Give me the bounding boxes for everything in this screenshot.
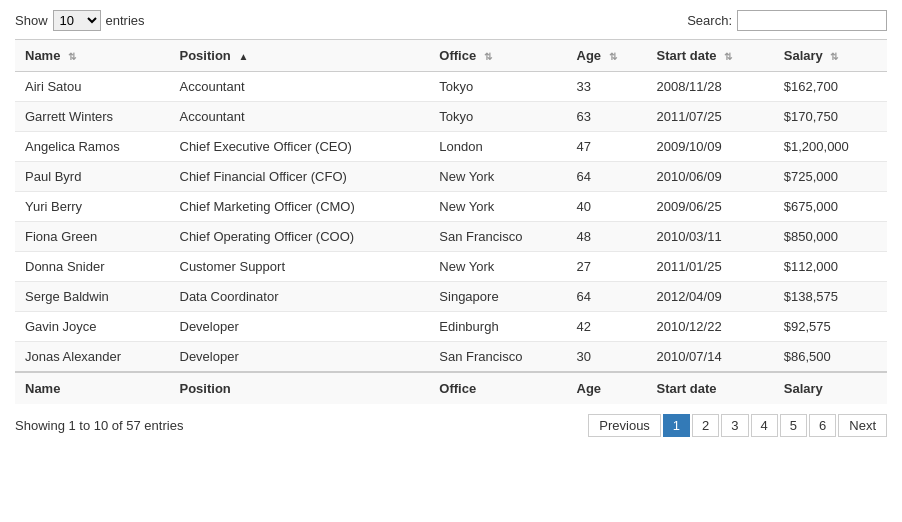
cell-position: Developer: [170, 312, 430, 342]
pagination-info: Showing 1 to 10 of 57 entries: [15, 418, 183, 433]
table-row: Gavin JoyceDeveloperEdinburgh422010/12/2…: [15, 312, 887, 342]
cell-office: New York: [429, 192, 566, 222]
prev-button[interactable]: Previous: [588, 414, 661, 437]
cell-start_date: 2010/03/11: [647, 222, 774, 252]
footer-col-startdate: Start date: [647, 372, 774, 404]
header-row: Name Position Office Age Start date Sala…: [15, 40, 887, 72]
cell-start_date: 2011/07/25: [647, 102, 774, 132]
cell-office: San Francisco: [429, 342, 566, 373]
cell-position: Developer: [170, 342, 430, 373]
footer-col-position: Position: [170, 372, 430, 404]
cell-name: Serge Baldwin: [15, 282, 170, 312]
table-row: Yuri BerryChief Marketing Officer (CMO)N…: [15, 192, 887, 222]
cell-office: Tokyo: [429, 102, 566, 132]
cell-salary: $138,575: [774, 282, 887, 312]
cell-position: Chief Operating Officer (COO): [170, 222, 430, 252]
col-position-label: Position: [180, 48, 231, 63]
footer-row: Name Position Office Age Start date Sala…: [15, 372, 887, 404]
table-body: Airi SatouAccountantTokyo332008/11/28$16…: [15, 72, 887, 373]
cell-office: New York: [429, 252, 566, 282]
col-age-sort-icon: [609, 51, 617, 62]
search-label: Search:: [687, 13, 732, 28]
search-control: Search:: [687, 10, 887, 31]
search-input[interactable]: [737, 10, 887, 31]
cell-start_date: 2010/07/14: [647, 342, 774, 373]
table-row: Donna SniderCustomer SupportNew York2720…: [15, 252, 887, 282]
cell-office: San Francisco: [429, 222, 566, 252]
cell-age: 42: [567, 312, 647, 342]
entries-label: entries: [106, 13, 145, 28]
cell-start_date: 2011/01/25: [647, 252, 774, 282]
cell-position: Chief Financial Officer (CFO): [170, 162, 430, 192]
cell-salary: $675,000: [774, 192, 887, 222]
col-position-sort-icon: [238, 51, 248, 62]
col-startdate-label: Start date: [657, 48, 717, 63]
cell-name: Angelica Ramos: [15, 132, 170, 162]
page-button-1[interactable]: 1: [663, 414, 690, 437]
cell-position: Data Coordinator: [170, 282, 430, 312]
page-button-5[interactable]: 5: [780, 414, 807, 437]
cell-name: Yuri Berry: [15, 192, 170, 222]
cell-position: Accountant: [170, 102, 430, 132]
col-office-sort-icon: [484, 51, 492, 62]
cell-age: 64: [567, 282, 647, 312]
entries-select[interactable]: 102550100: [53, 10, 101, 31]
footer-col-office: Office: [429, 372, 566, 404]
page-button-3[interactable]: 3: [721, 414, 748, 437]
cell-name: Paul Byrd: [15, 162, 170, 192]
cell-salary: $162,700: [774, 72, 887, 102]
cell-age: 47: [567, 132, 647, 162]
col-name-sort-icon: [68, 51, 76, 62]
col-name-label: Name: [25, 48, 60, 63]
cell-office: London: [429, 132, 566, 162]
cell-start_date: 2010/12/22: [647, 312, 774, 342]
col-header-salary[interactable]: Salary: [774, 40, 887, 72]
col-salary-sort-icon: [830, 51, 838, 62]
page-button-2[interactable]: 2: [692, 414, 719, 437]
col-startdate-sort-icon: [724, 51, 732, 62]
cell-age: 33: [567, 72, 647, 102]
cell-start_date: 2010/06/09: [647, 162, 774, 192]
table-row: Garrett WintersAccountantTokyo632011/07/…: [15, 102, 887, 132]
table-row: Serge BaldwinData CoordinatorSingapore64…: [15, 282, 887, 312]
top-controls: Show 102550100 entries Search:: [15, 10, 887, 31]
cell-position: Chief Marketing Officer (CMO): [170, 192, 430, 222]
pagination-controls: Previous 1 2 3 4 5 6 Next: [588, 414, 887, 437]
cell-start_date: 2009/06/25: [647, 192, 774, 222]
table-row: Fiona GreenChief Operating Officer (COO)…: [15, 222, 887, 252]
table-row: Paul ByrdChief Financial Officer (CFO)Ne…: [15, 162, 887, 192]
col-header-name[interactable]: Name: [15, 40, 170, 72]
page-button-4[interactable]: 4: [751, 414, 778, 437]
cell-name: Jonas Alexander: [15, 342, 170, 373]
col-header-age[interactable]: Age: [567, 40, 647, 72]
col-header-start-date[interactable]: Start date: [647, 40, 774, 72]
page-button-6[interactable]: 6: [809, 414, 836, 437]
col-age-label: Age: [577, 48, 602, 63]
col-header-office[interactable]: Office: [429, 40, 566, 72]
col-office-label: Office: [439, 48, 476, 63]
cell-start_date: 2008/11/28: [647, 72, 774, 102]
cell-office: Edinburgh: [429, 312, 566, 342]
cell-age: 64: [567, 162, 647, 192]
show-label: Show: [15, 13, 48, 28]
col-header-position[interactable]: Position: [170, 40, 430, 72]
data-table: Name Position Office Age Start date Sala…: [15, 39, 887, 404]
cell-office: New York: [429, 162, 566, 192]
cell-age: 30: [567, 342, 647, 373]
cell-office: Singapore: [429, 282, 566, 312]
cell-name: Gavin Joyce: [15, 312, 170, 342]
table-row: Airi SatouAccountantTokyo332008/11/28$16…: [15, 72, 887, 102]
table-row: Angelica RamosChief Executive Officer (C…: [15, 132, 887, 162]
cell-salary: $92,575: [774, 312, 887, 342]
footer-col-salary: Salary: [774, 372, 887, 404]
cell-position: Chief Executive Officer (CEO): [170, 132, 430, 162]
cell-name: Garrett Winters: [15, 102, 170, 132]
cell-salary: $86,500: [774, 342, 887, 373]
cell-salary: $170,750: [774, 102, 887, 132]
cell-salary: $725,000: [774, 162, 887, 192]
table-row: Jonas AlexanderDeveloperSan Francisco302…: [15, 342, 887, 373]
next-button[interactable]: Next: [838, 414, 887, 437]
footer-col-age: Age: [567, 372, 647, 404]
cell-name: Fiona Green: [15, 222, 170, 252]
footer-col-name: Name: [15, 372, 170, 404]
